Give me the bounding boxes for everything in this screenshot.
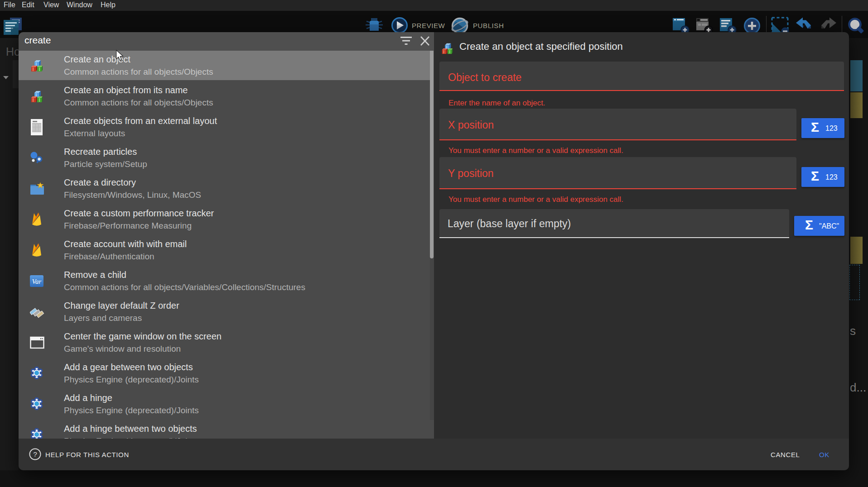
svg-text:?: ? [33,450,37,458]
svg-text:Var: Var [32,278,42,285]
